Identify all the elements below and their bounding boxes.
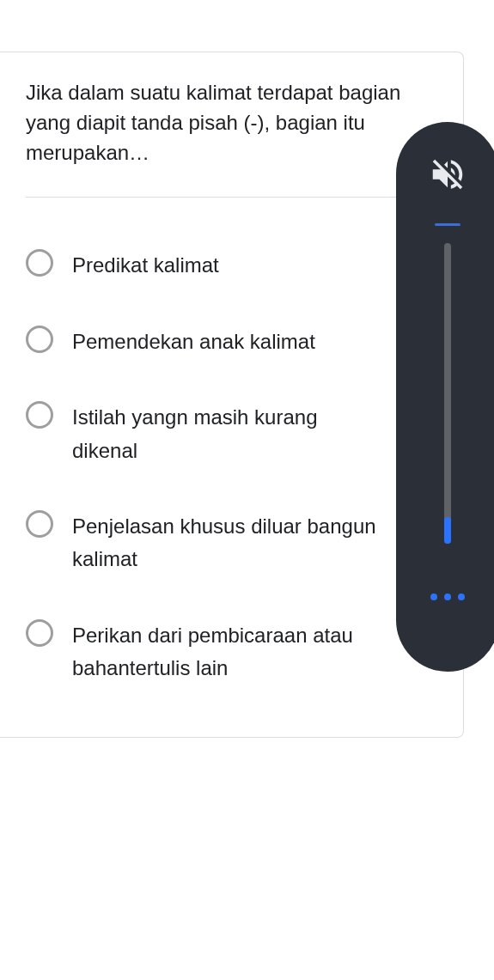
volume-slider-fill — [444, 517, 451, 545]
volume-accent-bar — [435, 223, 460, 226]
radio-option[interactable]: Istilah yangn masih kurang dikenal — [26, 358, 437, 467]
options-group: Predikat kalimat Pemendekan anak kalimat… — [26, 206, 437, 685]
option-label: Penjelasan khusus diluar bangun kalimat — [72, 510, 437, 576]
question-card: Jika dalam suatu kalimat terdapat bagian… — [0, 52, 464, 738]
radio-input[interactable] — [26, 326, 53, 353]
radio-input[interactable] — [26, 401, 53, 429]
radio-option[interactable]: Predikat kalimat — [26, 206, 437, 282]
radio-option[interactable]: Perikan dari pembicaraan atau bahantertu… — [26, 576, 437, 685]
option-label: Pemendekan anak kalimat — [72, 326, 367, 358]
volume-panel[interactable] — [396, 122, 494, 672]
radio-option[interactable]: Penjelasan khusus diluar bangun kalimat — [26, 467, 437, 576]
volume-slider[interactable] — [444, 243, 451, 544]
more-button[interactable] — [430, 593, 465, 600]
divider — [26, 197, 437, 198]
dot-icon — [430, 593, 437, 600]
volume-mute-icon[interactable] — [428, 155, 467, 194]
dot-icon — [458, 593, 465, 600]
question-text: Jika dalam suatu kalimat terdapat bagian… — [26, 78, 437, 167]
radio-input[interactable] — [26, 510, 53, 538]
dot-icon — [444, 593, 451, 600]
option-label: Perikan dari pembicaraan atau bahantertu… — [72, 619, 437, 685]
option-label: Istilah yangn masih kurang dikenal — [72, 401, 437, 467]
radio-option[interactable]: Pemendekan anak kalimat — [26, 283, 437, 358]
radio-input[interactable] — [26, 249, 53, 277]
radio-input[interactable] — [26, 619, 53, 647]
option-label: Predikat kalimat — [72, 249, 271, 282]
